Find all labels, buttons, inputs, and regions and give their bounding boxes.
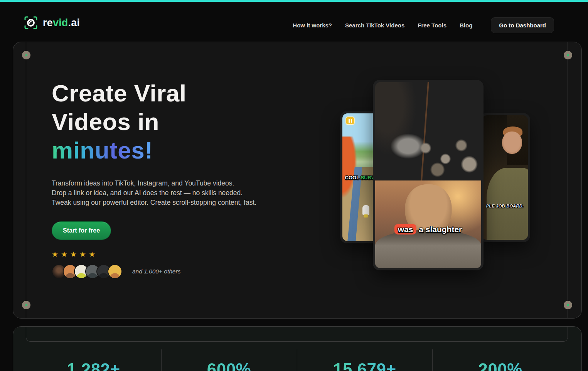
nav-blog[interactable]: Blog xyxy=(460,22,472,29)
hero-description: Transform ideas into TikTok, Instagram, … xyxy=(52,179,298,207)
header: revid.ai How it works? Search TikTok Vid… xyxy=(0,2,588,40)
stat-item: 600% xyxy=(161,349,297,371)
stat-value: 200% xyxy=(433,360,568,371)
pause-icon[interactable] xyxy=(345,116,355,125)
stat-item: 1,282+ xyxy=(26,349,161,371)
logo-camera-icon xyxy=(23,15,39,30)
corner-screw-icon xyxy=(22,301,30,309)
stat-value: 15,679+ xyxy=(297,360,433,371)
video-caption: was a slaughter xyxy=(375,225,481,234)
social-proof: and 1,000+ others xyxy=(52,264,298,279)
corner-screw-icon xyxy=(564,301,572,309)
knight-armor xyxy=(375,229,481,268)
decorative-line-left xyxy=(26,42,26,318)
stats-section: 1,282+ 600% 15,679+ 200% xyxy=(13,326,582,371)
game-character xyxy=(362,205,369,215)
highlighted-word: was xyxy=(394,224,417,234)
nav-how-it-works[interactable]: How it works? xyxy=(293,22,332,29)
title-gradient-word: minutes! xyxy=(52,137,153,164)
stat-item: 15,679+ xyxy=(297,349,433,371)
brand-wordmark: revid.ai xyxy=(43,17,80,29)
nav-search-tiktok-videos[interactable]: Search TikTok Videos xyxy=(345,22,404,29)
stat-value: 1,282+ xyxy=(26,360,161,371)
avatar-group xyxy=(52,264,122,279)
page-title: Create Viral Videos in minutes! xyxy=(52,79,298,165)
logo[interactable]: revid.ai xyxy=(23,15,80,30)
talking-head-video: PLE JOB BOARD. xyxy=(480,113,530,242)
start-for-free-button[interactable]: Start for free xyxy=(52,221,111,240)
knight-closeup-scene xyxy=(375,180,481,268)
video-caption: PLE JOB BOARD. xyxy=(482,204,528,208)
avatar xyxy=(108,264,122,279)
battlefield-debris xyxy=(402,126,481,180)
video-collage: x2 COOL SUBWAY S was a slaughter xyxy=(322,42,582,319)
speaker-face xyxy=(502,132,522,154)
hero-section: Create Viral Videos in minutes! Transfor… xyxy=(13,42,582,319)
knight-story-video: was a slaughter xyxy=(373,80,484,270)
stats-row: 1,282+ 600% 15,679+ 200% xyxy=(26,349,568,371)
go-to-dashboard-button[interactable]: Go to Dashboard xyxy=(491,17,554,33)
stats-decorative-tab xyxy=(26,327,568,342)
main-nav: How it works? Search TikTok Videos Free … xyxy=(293,17,554,33)
archer-battlefield-scene xyxy=(375,82,481,180)
nav-free-tools[interactable]: Free Tools xyxy=(418,22,446,29)
social-proof-text: and 1,000+ others xyxy=(132,268,180,275)
corner-screw-icon xyxy=(564,51,572,59)
stat-item: 200% xyxy=(432,349,568,371)
five-star-rating: ★★★★★ xyxy=(52,250,298,259)
stat-value: 600% xyxy=(162,360,297,371)
corner-screw-icon xyxy=(22,51,30,59)
